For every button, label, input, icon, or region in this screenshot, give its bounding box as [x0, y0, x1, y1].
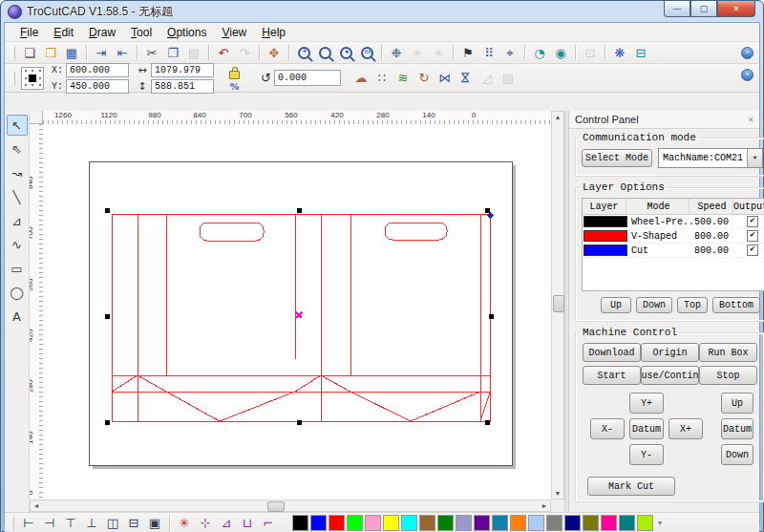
palette-color-10[interactable]	[456, 515, 472, 531]
scroll-right-arrow[interactable]: ►	[539, 500, 550, 511]
chevron-down-icon[interactable]: ▼	[747, 149, 762, 167]
output-flag-icon[interactable]: ⚑	[458, 44, 478, 62]
export-icon[interactable]: ⇤	[113, 44, 132, 62]
height-input[interactable]	[151, 79, 214, 94]
menu-file[interactable]: File	[12, 24, 46, 41]
y-plus-button[interactable]: Y+	[629, 393, 664, 414]
palette-color-6[interactable]	[383, 515, 399, 531]
freehand-select-tool[interactable]: ↝	[7, 162, 28, 183]
pen-tool[interactable]: ⊿	[7, 210, 28, 231]
y-position-input[interactable]	[66, 79, 129, 94]
download-button[interactable]: Download	[583, 343, 641, 362]
save-icon[interactable]: ▦	[62, 44, 81, 62]
menu-draw[interactable]: Draw	[81, 24, 123, 41]
vertical-scroll-thumb[interactable]	[553, 295, 564, 312]
z-datum-button[interactable]: Datum	[721, 418, 753, 439]
node-edit-tool[interactable]: ⇖	[7, 138, 28, 160]
center-vertical-icon[interactable]: ⊟	[124, 514, 143, 532]
mirror-horizontal-icon[interactable]: ⋈	[435, 69, 455, 87]
toolbar-grip[interactable]	[10, 517, 14, 530]
align-bottom-icon[interactable]: ⊥	[82, 514, 101, 532]
vertical-scrollbar[interactable]: ▲ ▼	[551, 111, 564, 500]
bottom-layer-button[interactable]: Bottom	[712, 297, 760, 313]
wheel-icon[interactable]: ❋	[610, 44, 629, 62]
select-tool[interactable]: ↖	[7, 115, 28, 136]
copy-icon[interactable]: ❐	[163, 44, 182, 62]
preview-icon[interactable]: ◉	[551, 44, 570, 62]
palette-color-8[interactable]	[419, 515, 435, 531]
line-tool[interactable]: ╲	[7, 186, 28, 207]
pick-icon[interactable]: ⌖	[500, 44, 520, 62]
palette-color-5[interactable]	[365, 515, 381, 531]
top-layer-button[interactable]: Top	[677, 297, 708, 313]
layer-order-icon[interactable]: ≋	[393, 69, 413, 87]
zoom-in-icon[interactable]: +	[294, 44, 313, 62]
curve-tool[interactable]: ∿	[7, 234, 28, 255]
minimize-button[interactable]: —	[664, 1, 690, 17]
selection-handle[interactable]	[489, 314, 494, 319]
x-minus-button[interactable]: X-	[590, 418, 625, 439]
toolbar-overflow-button[interactable]: »	[741, 47, 753, 59]
layer-row-1[interactable]: Wheel-Pre...500.00✔	[583, 215, 764, 229]
y-minus-button[interactable]: Y-	[629, 444, 664, 465]
x-position-input[interactable]	[66, 63, 129, 77]
align-left-icon[interactable]: ⊢	[19, 514, 38, 532]
toolbar-overflow-button[interactable]: »	[741, 69, 753, 81]
align-top-icon[interactable]: ⊤	[61, 514, 80, 532]
down-layer-button[interactable]: Down	[636, 297, 672, 313]
zoom-all-icon[interactable]: ●	[336, 44, 355, 62]
run-box-button[interactable]: Run Box	[699, 343, 757, 362]
layer-row-2[interactable]: V-Shaped800.00✔	[583, 229, 764, 244]
text-tool[interactable]: A	[7, 306, 28, 327]
palette-color-18[interactable]	[601, 515, 617, 531]
panel-close-icon[interactable]: ×	[748, 115, 753, 125]
import-icon[interactable]: ⇥	[92, 44, 111, 62]
palette-color-19[interactable]	[619, 515, 635, 531]
zoom-page-icon[interactable]: ▭	[357, 44, 376, 62]
node-snap-icon[interactable]: ❉	[387, 44, 406, 62]
simulate-icon[interactable]: ◔	[530, 44, 549, 62]
toolbar-grip[interactable]	[11, 72, 15, 85]
scroll-left-arrow[interactable]: ◄	[31, 500, 42, 511]
zoom-out-icon[interactable]	[315, 44, 334, 62]
x-plus-button[interactable]: X+	[668, 418, 703, 439]
pan-icon[interactable]: ✥	[265, 44, 284, 62]
stop-button[interactable]: Stop	[699, 366, 757, 385]
palette-color-17[interactable]	[583, 515, 599, 531]
selection-handle[interactable]	[297, 420, 302, 425]
rotate-object-icon[interactable]: ↻	[414, 69, 434, 87]
weld-icon[interactable]: ☁	[351, 69, 371, 87]
palette-color-15[interactable]	[546, 515, 562, 531]
reverse-node-icon[interactable]: ⌐	[259, 514, 278, 532]
center-horizontal-icon[interactable]: ◫	[103, 514, 122, 532]
rotate-angle-input[interactable]	[274, 70, 341, 86]
scroll-down-arrow[interactable]: ▼	[552, 488, 563, 499]
close-button[interactable]: ×	[717, 1, 755, 17]
palette-color-16[interactable]	[564, 515, 581, 531]
menu-tool[interactable]: Tool	[123, 24, 159, 41]
ellipse-tool[interactable]: ◯	[7, 282, 28, 303]
selection-handle[interactable]	[105, 208, 110, 213]
array-copy-icon[interactable]: ⠿	[479, 44, 499, 62]
select-mode-button[interactable]: Select Mode	[582, 149, 652, 167]
selection-handle[interactable]	[485, 420, 490, 425]
menu-help[interactable]: Help	[254, 24, 293, 41]
drawing-canvas[interactable]	[43, 124, 551, 500]
join-node-icon[interactable]: ⊔	[238, 514, 257, 532]
origin-button[interactable]: Origin	[641, 343, 699, 362]
undo-icon[interactable]: ↶	[214, 44, 233, 62]
palette-color-13[interactable]	[510, 515, 526, 531]
maximize-button[interactable]: ▢	[690, 1, 717, 17]
scroll-up-arrow[interactable]: ▲	[552, 112, 563, 122]
start-button[interactable]: Start	[583, 366, 641, 385]
layer-row-3[interactable]: Cut800.00✔	[583, 244, 764, 258]
pause-continue-button[interactable]: Pause/Continue	[641, 366, 699, 385]
palette-color-20[interactable]	[637, 515, 653, 531]
new-file-icon[interactable]: ❏	[20, 44, 39, 62]
up-layer-button[interactable]: Up	[601, 297, 631, 313]
output-checkbox[interactable]: ✔	[747, 216, 758, 227]
center-page-icon[interactable]: ▣	[145, 514, 164, 532]
group-icon[interactable]: ∷	[372, 69, 392, 87]
anchor-selector[interactable]	[21, 67, 44, 90]
selection-handle[interactable]	[297, 208, 302, 213]
